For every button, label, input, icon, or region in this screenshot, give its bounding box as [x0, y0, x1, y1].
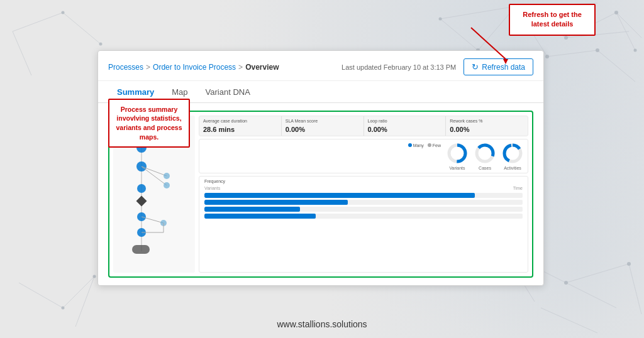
breadcrumb-processes[interactable]: Processes — [108, 63, 143, 72]
refresh-annotation-box: Refresh to get the latest details — [509, 4, 596, 36]
svg-line-63 — [471, 28, 506, 59]
tab-variant-dna[interactable]: Variant DNA — [197, 81, 259, 103]
card-content: Average case duration 28.6 mins SLA Mean… — [98, 103, 543, 284]
donuts-row: Many Few Variants — [199, 139, 528, 173]
metric-rework-value: 0.00% — [450, 126, 524, 133]
bar-chart-heading: Frequency — [204, 179, 523, 183]
process-annotation-wrap: Process summary invovlving statistics, v… — [108, 117, 140, 129]
svg-line-18 — [13, 13, 63, 31]
footer-website: www.stallions.solutions — [277, 319, 367, 329]
bar-track-1 — [204, 193, 523, 198]
bar-fill-2 — [204, 200, 348, 205]
donuts-legend: Many Few — [408, 142, 441, 148]
donut-cases-label: Cases — [479, 166, 491, 170]
bar-row-4 — [204, 214, 523, 219]
svg-line-20 — [13, 31, 31, 75]
metric-rework-label: Rework cases % — [450, 119, 524, 123]
svg-marker-64 — [503, 59, 508, 64]
process-annotation-box: Process summary invovlving statistics, v… — [108, 99, 190, 148]
bar-fill-4 — [204, 214, 316, 219]
svg-point-33 — [627, 262, 631, 266]
metric-loop: Loop ratio 0.00% — [364, 116, 447, 136]
metric-rework: Rework cases % 0.00% — [446, 116, 528, 136]
bar-fill-1 — [204, 193, 475, 198]
breadcrumb: Processes > Order to Invoice Process > O… — [108, 63, 279, 72]
donut-cases: Cases — [474, 142, 496, 170]
last-updated-text: Last updated February 10 at 3:13 PM — [341, 63, 456, 71]
metric-avg-duration: Average case duration 28.6 mins — [199, 116, 282, 136]
svg-line-13 — [566, 264, 629, 283]
legend-item-2: Few — [428, 143, 441, 148]
bar-chart-area: Frequency Variants Time — [199, 176, 528, 273]
donut-variants: Variants — [446, 142, 469, 170]
bar-axis-label-time: Time — [513, 186, 523, 190]
donut-cases-svg — [474, 142, 496, 165]
metric-sla-value: 0.00% — [286, 126, 360, 133]
svg-line-43 — [142, 166, 167, 185]
svg-line-9 — [616, 13, 641, 38]
svg-point-28 — [596, 48, 599, 52]
main-card: Processes > Order to Invoice Process > O… — [97, 50, 544, 286]
svg-point-26 — [614, 11, 618, 14]
donut-activities-svg — [501, 142, 524, 165]
svg-line-7 — [547, 50, 597, 57]
svg-point-27 — [545, 55, 549, 58]
svg-point-44 — [137, 184, 146, 193]
bar-track-3 — [204, 207, 523, 212]
footer: www.stallions.solutions — [0, 319, 644, 329]
svg-line-15 — [566, 283, 616, 308]
metric-loop-value: 0.00% — [368, 126, 442, 133]
donut-variants-svg — [446, 142, 469, 165]
donut-variants-label: Variants — [449, 166, 465, 170]
svg-point-36 — [62, 307, 65, 310]
svg-line-8 — [597, 50, 635, 82]
svg-rect-47 — [136, 196, 147, 207]
bar-row-3 — [204, 207, 523, 212]
bar-fill-3 — [204, 207, 300, 212]
donut-activities-label: Activities — [504, 166, 521, 170]
metric-avg-duration-value: 28.6 mins — [203, 126, 277, 133]
svg-point-25 — [564, 36, 568, 40]
svg-line-14 — [629, 264, 641, 314]
bar-row-1 — [204, 193, 523, 198]
breadcrumb-sep-2: > — [238, 63, 243, 72]
stats-column: Average case duration 28.6 mins SLA Mean… — [199, 116, 528, 273]
bar-track-2 — [204, 200, 523, 205]
svg-point-46 — [164, 182, 170, 188]
metric-sla: SLA Mean score 0.00% — [282, 116, 364, 136]
metric-avg-duration-label: Average case duration — [203, 119, 277, 123]
breadcrumb-order[interactable]: Order to Invoice Process — [153, 63, 236, 72]
svg-line-22 — [63, 276, 94, 308]
refresh-annotation-arrow — [471, 28, 521, 65]
svg-point-35 — [99, 43, 103, 46]
svg-point-32 — [564, 281, 568, 285]
svg-line-0 — [440, 6, 516, 19]
metric-loop-label: Loop ratio — [368, 119, 442, 123]
svg-rect-54 — [132, 245, 150, 254]
svg-point-45 — [164, 173, 170, 179]
svg-line-3 — [616, 13, 635, 50]
bar-axis-label-variants: Variants — [204, 186, 220, 190]
svg-line-50 — [142, 217, 164, 223]
metric-sla-label: SLA Mean score — [286, 119, 360, 123]
legend-item-1: Many — [408, 143, 424, 148]
svg-point-34 — [62, 11, 65, 14]
svg-line-42 — [142, 166, 167, 176]
breadcrumb-overview: Overview — [245, 63, 279, 72]
donut-activities: Activities — [501, 142, 524, 170]
svg-point-30 — [439, 18, 442, 21]
svg-line-21 — [19, 283, 63, 308]
svg-line-19 — [63, 13, 101, 44]
metrics-row: Average case duration 28.6 mins SLA Mean… — [199, 116, 528, 136]
svg-point-31 — [634, 49, 637, 52]
svg-point-37 — [93, 275, 96, 278]
bar-track-4 — [204, 214, 523, 219]
breadcrumb-sep-1: > — [146, 63, 150, 72]
bar-row-2 — [204, 200, 523, 205]
